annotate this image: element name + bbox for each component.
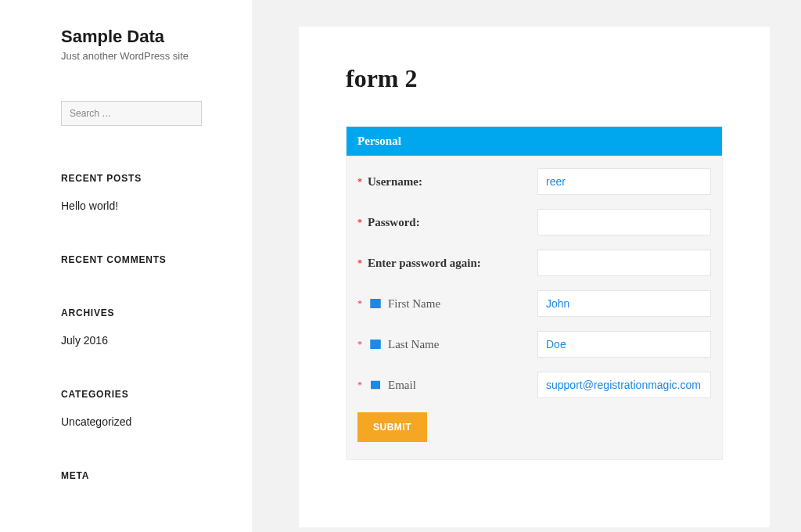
widget-title-recent-posts: RECENT POSTS bbox=[61, 173, 228, 184]
required-marker: * bbox=[357, 177, 362, 186]
search-input[interactable] bbox=[61, 101, 202, 126]
archive-item[interactable]: July 2016 bbox=[61, 334, 228, 347]
required-marker: * bbox=[357, 258, 362, 268]
sidebar: Sample Data Just another WordPress site … bbox=[0, 0, 252, 532]
row-last-name: * Last Name bbox=[357, 331, 711, 358]
person-icon bbox=[368, 336, 383, 352]
row-password: * Password: bbox=[357, 209, 711, 235]
submit-button[interactable]: SUBMIT bbox=[357, 412, 427, 442]
widget-title-archives: ARCHIVES bbox=[61, 307, 228, 318]
label-password: * Password: bbox=[357, 216, 537, 229]
site-title[interactable]: Sample Data bbox=[61, 27, 228, 47]
label-text-username: Username: bbox=[368, 175, 422, 189]
widget-title-categories: CATEGORIES bbox=[61, 389, 228, 400]
required-marker: * bbox=[357, 299, 362, 308]
required-marker: * bbox=[357, 217, 362, 227]
category-item[interactable]: Uncategorized bbox=[61, 415, 228, 428]
password-again-input[interactable] bbox=[537, 250, 711, 276]
row-username: * Username: bbox=[357, 168, 711, 195]
widget-categories: CATEGORIES Uncategorized bbox=[61, 389, 228, 428]
last-name-input[interactable] bbox=[537, 331, 711, 358]
label-text-password: Password: bbox=[368, 216, 420, 229]
widget-archives: ARCHIVES July 2016 bbox=[61, 307, 228, 347]
main-content: form 2 Personal * Username: bbox=[252, 0, 801, 532]
password-input[interactable] bbox=[537, 209, 711, 235]
widget-recent-posts: RECENT POSTS Hello world! bbox=[61, 173, 228, 212]
label-username: * Username: bbox=[357, 175, 537, 189]
label-email: * Email bbox=[357, 377, 537, 393]
required-marker: * bbox=[357, 380, 362, 390]
form-container: Personal * Username: * bbox=[346, 126, 723, 460]
widget-title-meta: META bbox=[61, 470, 228, 481]
widget-meta: META bbox=[61, 470, 228, 481]
row-email: * Email bbox=[357, 372, 711, 398]
form-section-header: Personal bbox=[347, 127, 722, 156]
required-marker: * bbox=[357, 340, 362, 349]
page-title: form 2 bbox=[346, 64, 723, 93]
widget-title-recent-comments: RECENT COMMENTS bbox=[61, 254, 228, 265]
content-card: form 2 Personal * Username: bbox=[299, 27, 770, 527]
label-text-password-again: Enter password again: bbox=[368, 257, 481, 270]
label-password-again: * Enter password again: bbox=[357, 257, 537, 270]
username-input[interactable] bbox=[537, 168, 711, 195]
recent-post-item[interactable]: Hello world! bbox=[61, 200, 228, 212]
first-name-input[interactable] bbox=[537, 290, 711, 317]
site-tagline: Just another WordPress site bbox=[61, 50, 228, 62]
label-text-last-name: Last Name bbox=[388, 338, 439, 351]
email-input[interactable] bbox=[537, 372, 711, 398]
mail-icon bbox=[368, 377, 383, 393]
submit-row: SUBMIT bbox=[357, 412, 711, 442]
row-password-again: * Enter password again: bbox=[357, 250, 711, 276]
person-icon bbox=[368, 296, 383, 311]
label-first-name: * First Name bbox=[357, 296, 537, 311]
label-text-email: Email bbox=[388, 379, 416, 392]
form-body: * Username: * Password: bbox=[347, 156, 722, 459]
row-first-name: * First Name bbox=[357, 290, 711, 317]
widget-recent-comments: RECENT COMMENTS bbox=[61, 254, 228, 265]
label-last-name: * Last Name bbox=[357, 336, 537, 352]
label-text-first-name: First Name bbox=[388, 297, 440, 311]
